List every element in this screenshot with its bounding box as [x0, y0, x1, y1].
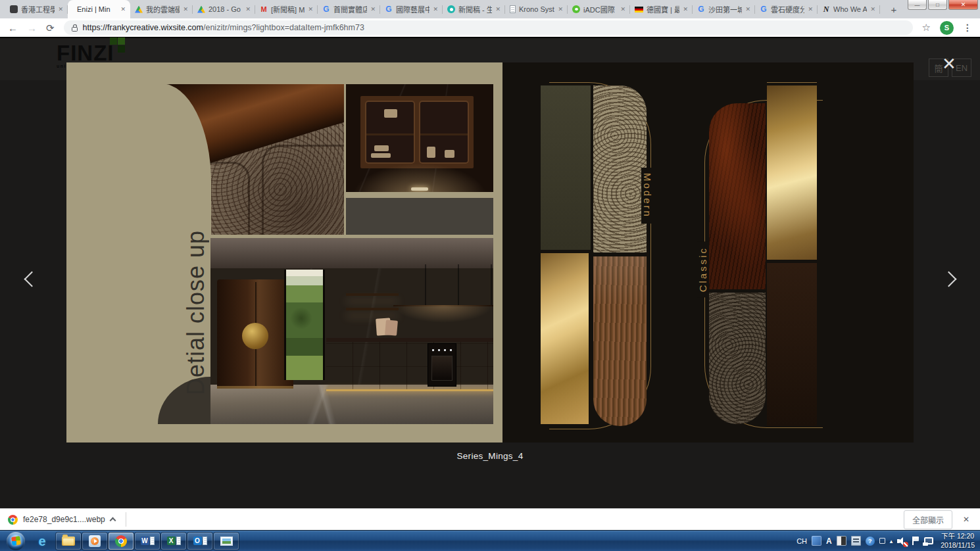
maximize-button[interactable]: □ [928, 0, 947, 10]
taskbar-outlook-button[interactable]: O [187, 533, 212, 550]
ime-alpha-icon[interactable]: A [826, 537, 832, 546]
address-bar[interactable]: https://frankycreative.wixsite.com/enizi… [64, 20, 913, 35]
browser-tab[interactable]: NWho We A✕ [818, 0, 880, 18]
prev-arrow-icon[interactable] [24, 271, 39, 287]
bookmark-star-icon[interactable]: ☆ [922, 22, 931, 34]
kitchen-counter [326, 338, 493, 389]
browser-tab[interactable]: 德國寶 | 最✕ [630, 0, 693, 18]
network-icon[interactable] [924, 537, 933, 544]
close-window-button[interactable]: ✕ [948, 0, 978, 10]
reload-icon[interactable]: ⟳ [46, 23, 55, 33]
new-tab-button[interactable]: + [887, 2, 901, 16]
taskbar-word-button[interactable]: W [135, 533, 160, 550]
taskbar-wmp-button[interactable] [82, 533, 107, 550]
download-bar-close-icon[interactable]: ✕ [963, 515, 969, 524]
back-icon[interactable]: ← [8, 23, 18, 33]
glass-cabinet-photo [346, 84, 493, 192]
taskbar-clock[interactable]: 下午 12:20 2018/11/15 [941, 532, 975, 550]
minimize-button[interactable]: — [908, 0, 927, 10]
gold-material-swatch [767, 85, 817, 260]
gold-material-swatch [541, 253, 589, 424]
chat-teal-favicon-icon [447, 5, 455, 13]
none-favicon-icon [72, 5, 74, 13]
tab-close-icon[interactable]: ✕ [370, 6, 376, 12]
google-favicon-icon: G [385, 5, 393, 13]
tab-strip: 香港工程學✕Enizi | Min✕我的雲端硬✕2018 - Go✕M[新聞稿]… [0, 0, 980, 18]
browser-tab[interactable]: G雲石硬度分✕ [755, 0, 818, 18]
taskbar-apps: eWXO [3, 531, 239, 551]
browser-toolbar: ← → ⟳ https://frankycreative.wixsite.com… [0, 18, 980, 37]
tray-misc-icon[interactable] [879, 538, 885, 544]
volume-icon[interactable] [897, 537, 907, 546]
n-mono-favicon-icon: N [822, 5, 830, 13]
taskbar-start-button[interactable] [3, 533, 28, 550]
profile-avatar[interactable]: S [940, 21, 954, 35]
tab-close-icon[interactable]: ✕ [245, 6, 251, 12]
browser-tab[interactable]: G首間實體店✕ [318, 0, 380, 18]
browser-tab[interactable]: Krono Syst✕ [505, 0, 568, 18]
next-arrow-icon[interactable] [941, 271, 956, 287]
browser-tab[interactable]: 2018 - Go✕ [193, 0, 255, 18]
ime-halfwidth-icon[interactable] [837, 536, 846, 546]
wardrobe-cabinet [217, 279, 293, 389]
tab-title: 香港工程學 [21, 4, 55, 14]
tab-close-icon[interactable]: ✕ [683, 6, 688, 12]
taskbar-excel-button[interactable]: X [161, 533, 186, 550]
ime-help-icon[interactable]: ? [866, 537, 875, 546]
tab-close-icon[interactable]: ✕ [558, 6, 563, 12]
url-text: https://frankycreative.wixsite.com/enizi… [83, 23, 364, 32]
ime-toolbar-icon[interactable] [851, 536, 861, 546]
download-options-caret-icon[interactable] [109, 517, 116, 524]
tab-title: 新聞稿 - 生 [458, 4, 492, 14]
browser-tab[interactable]: M[新聞稿] M✕ [255, 0, 318, 18]
browser-tab[interactable]: G沙田第一城✕ [693, 0, 755, 18]
cracked-leather-swatch [709, 293, 766, 424]
taskbar-explorer-button[interactable] [56, 533, 81, 550]
cabinet-shelf [420, 133, 468, 135]
download-item[interactable]: fe2e78_d9e9c1....webp [8, 515, 115, 525]
clock-date: 2018/11/15 [941, 541, 975, 550]
tab-close-icon[interactable]: ✕ [620, 6, 625, 12]
ime-mode-icon[interactable] [812, 536, 821, 546]
hidden-icons-arrow-icon[interactable]: ▴ [890, 538, 893, 544]
taskbar-ie-button[interactable]: e [30, 533, 55, 550]
browser-tab[interactable]: 新聞稿 - 生✕ [443, 0, 505, 18]
dark-panel [346, 198, 493, 235]
site-logo-text: FINZI [57, 42, 114, 64]
window-controls: — □ ✕ [906, 0, 978, 10]
show-all-downloads-button[interactable]: 全部顯示 [904, 510, 952, 529]
taskbar-photos-button[interactable] [214, 533, 239, 550]
cabinet-frame [360, 96, 474, 168]
tab-close-icon[interactable]: ✕ [745, 6, 750, 12]
browser-tab[interactable]: 我的雲端硬✕ [130, 0, 193, 18]
forward-icon[interactable]: → [27, 23, 37, 33]
built-in-oven [428, 343, 456, 387]
counter-props [376, 317, 416, 337]
browser-menu-icon[interactable]: ⋮ [963, 22, 972, 33]
tab-close-icon[interactable]: ✕ [183, 6, 188, 12]
tab-title: 首間實體店 [333, 4, 367, 14]
tab-close-icon[interactable]: ✕ [495, 6, 501, 12]
tab-close-icon[interactable]: ✕ [870, 6, 875, 12]
cup [427, 147, 435, 158]
walnut-wood-swatch [593, 256, 647, 426]
lightbox-close-icon[interactable]: ✕ [942, 55, 956, 72]
tab-title: iADC國際 [583, 4, 617, 14]
language-indicator[interactable]: CH [796, 537, 807, 545]
browser-tab[interactable]: Enizi | Min✕ [68, 0, 130, 18]
logo-squares-icon [110, 37, 126, 53]
browser-tab[interactable]: G國際藝展中✕ [380, 0, 443, 18]
tab-close-icon[interactable]: ✕ [308, 6, 313, 12]
drive-favicon-icon [197, 6, 205, 13]
action-center-flag-icon[interactable] [912, 537, 919, 545]
classic-material-capsule [709, 103, 766, 424]
tab-close-icon[interactable]: ✕ [120, 6, 126, 12]
excel-icon: X [167, 537, 181, 545]
tab-close-icon[interactable]: ✕ [808, 6, 813, 12]
browser-tab[interactable]: iADC國際✕ [568, 0, 630, 18]
tab-close-icon[interactable]: ✕ [58, 6, 63, 12]
tab-close-icon[interactable]: ✕ [433, 6, 438, 12]
browser-tab[interactable]: 香港工程學✕ [5, 0, 68, 18]
taskbar-chrome-button[interactable] [109, 533, 134, 550]
hex-dark-favicon-icon [10, 5, 18, 13]
